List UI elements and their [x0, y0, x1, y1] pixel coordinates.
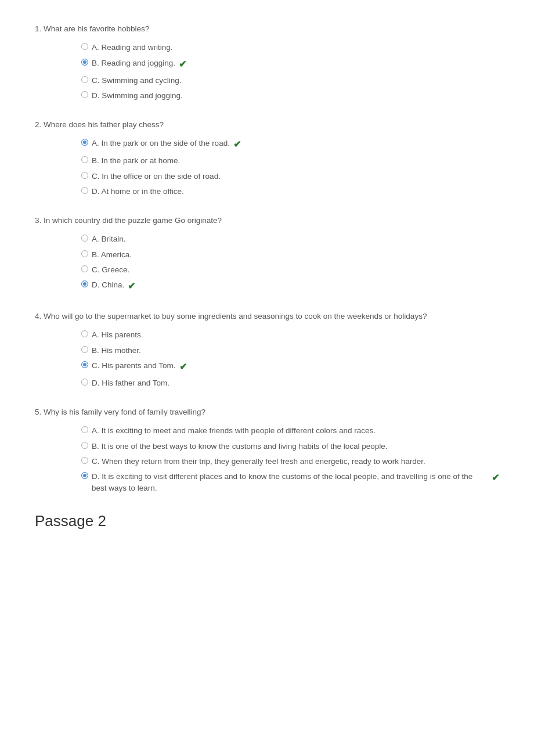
radio-q1-0[interactable] [81, 43, 88, 50]
radio-q2-0[interactable] [81, 139, 88, 146]
options-q3: A. Britain.B. America.C. Greece.D. China… [81, 233, 499, 293]
quiz-container: 1. What are his favorite hobbies?A. Read… [35, 23, 499, 530]
option-row-q2-1[interactable]: B. In the park or at home. [81, 155, 499, 167]
check-mark-q4-2: ✔ [179, 360, 187, 374]
option-row-q4-2[interactable]: C. His parents and Tom.✔ [81, 360, 499, 374]
radio-q1-1[interactable] [81, 59, 88, 66]
options-q2: A. In the park or on the side of the roa… [81, 138, 499, 197]
check-mark-q1-1: ✔ [179, 57, 186, 71]
radio-q3-1[interactable] [81, 250, 88, 257]
option-label-q3-3: D. China. [92, 279, 124, 291]
radio-q2-1[interactable] [81, 156, 88, 163]
option-row-q3-3[interactable]: D. China.✔ [81, 279, 499, 293]
option-row-q5-1[interactable]: B. It is one of the best ways to know th… [81, 441, 499, 452]
option-label-q2-2: C. In the office or on the side of road. [92, 171, 221, 182]
question-q4: 4. Who will go to the supermarket to buy… [35, 311, 499, 389]
option-label-q5-1: B. It is one of the best ways to know th… [92, 441, 388, 452]
radio-q1-2[interactable] [81, 76, 88, 83]
option-label-q5-2: C. When they return from their trip, the… [92, 456, 425, 467]
option-label-q3-2: C. Greece. [92, 264, 129, 276]
question-q3: 3. In which country did the puzzle game … [35, 215, 499, 293]
radio-q2-2[interactable] [81, 172, 88, 179]
radio-q4-0[interactable] [81, 330, 88, 337]
option-label-q5-3: D. It is exciting to visit different pla… [92, 471, 488, 495]
option-row-q1-2[interactable]: C. Swimming and cycling. [81, 75, 499, 87]
radio-q4-1[interactable] [81, 346, 88, 353]
option-label-q2-3: D. At home or in the office. [92, 186, 184, 197]
option-row-q1-1[interactable]: B. Reading and jogging.✔ [81, 57, 499, 71]
option-row-q2-2[interactable]: C. In the office or on the side of road. [81, 171, 499, 182]
option-label-q4-0: A. His parents. [92, 329, 143, 341]
option-label-q3-0: A. Britain. [92, 233, 126, 245]
question-q1: 1. What are his favorite hobbies?A. Read… [35, 23, 499, 102]
option-row-q5-0[interactable]: A. It is exciting to meet and make frien… [81, 425, 499, 437]
option-label-q4-1: B. His mother. [92, 345, 141, 357]
radio-q2-3[interactable] [81, 187, 88, 194]
question-text-q1: 1. What are his favorite hobbies? [35, 23, 499, 35]
radio-q3-0[interactable] [81, 235, 88, 242]
options-q5: A. It is exciting to meet and make frien… [81, 425, 499, 494]
radio-q5-2[interactable] [81, 457, 88, 464]
question-text-q2: 2. Where does his father play chess? [35, 119, 499, 131]
option-label-q1-1: B. Reading and jogging. [92, 57, 175, 69]
option-label-q2-1: B. In the park or at home. [92, 155, 180, 167]
option-row-q4-1[interactable]: B. His mother. [81, 345, 499, 357]
radio-q4-2[interactable] [81, 361, 88, 368]
option-row-q2-3[interactable]: D. At home or in the office. [81, 186, 499, 197]
option-label-q1-3: D. Swimming and jogging. [92, 90, 183, 102]
check-mark-q2-0: ✔ [233, 138, 241, 152]
option-row-q4-3[interactable]: D. His father and Tom. [81, 377, 499, 389]
radio-q3-3[interactable] [81, 280, 88, 287]
check-mark-q3-3: ✔ [128, 279, 135, 293]
options-q1: A. Reading and writing.B. Reading and jo… [81, 42, 499, 102]
option-label-q1-2: C. Swimming and cycling. [92, 75, 182, 87]
option-label-q2-0: A. In the park or on the side of the roa… [92, 138, 230, 149]
option-row-q3-0[interactable]: A. Britain. [81, 233, 499, 245]
option-label-q4-2: C. His parents and Tom. [92, 360, 176, 372]
radio-q4-3[interactable] [81, 379, 88, 386]
option-row-q4-0[interactable]: A. His parents. [81, 329, 499, 341]
radio-q3-2[interactable] [81, 265, 88, 272]
option-row-q1-0[interactable]: A. Reading and writing. [81, 42, 499, 53]
options-q4: A. His parents.B. His mother.C. His pare… [81, 329, 499, 389]
option-row-q3-1[interactable]: B. America. [81, 249, 499, 261]
radio-q5-0[interactable] [81, 426, 88, 433]
option-label-q5-0: A. It is exciting to meet and make frien… [92, 425, 376, 437]
question-text-q5: 5. Why is his family very fond of family… [35, 406, 499, 418]
option-row-q5-2[interactable]: C. When they return from their trip, the… [81, 456, 499, 467]
option-row-q2-0[interactable]: A. In the park or on the side of the roa… [81, 138, 499, 152]
question-q5: 5. Why is his family very fond of family… [35, 406, 499, 495]
option-row-q3-2[interactable]: C. Greece. [81, 264, 499, 276]
radio-q5-3[interactable] [81, 472, 88, 479]
option-label-q3-1: B. America. [92, 249, 132, 261]
radio-q5-1[interactable] [81, 442, 88, 449]
question-text-q4: 4. Who will go to the supermarket to buy… [35, 311, 499, 322]
option-row-q1-3[interactable]: D. Swimming and jogging. [81, 90, 499, 102]
question-text-q3: 3. In which country did the puzzle game … [35, 215, 499, 226]
passage-heading: Passage 2 [35, 512, 499, 530]
option-row-q5-3[interactable]: D. It is exciting to visit different pla… [81, 471, 499, 495]
check-mark-q5-3: ✔ [492, 471, 499, 485]
question-q2: 2. Where does his father play chess?A. I… [35, 119, 499, 197]
radio-q1-3[interactable] [81, 91, 88, 98]
option-label-q4-3: D. His father and Tom. [92, 377, 169, 389]
option-label-q1-0: A. Reading and writing. [92, 42, 173, 53]
